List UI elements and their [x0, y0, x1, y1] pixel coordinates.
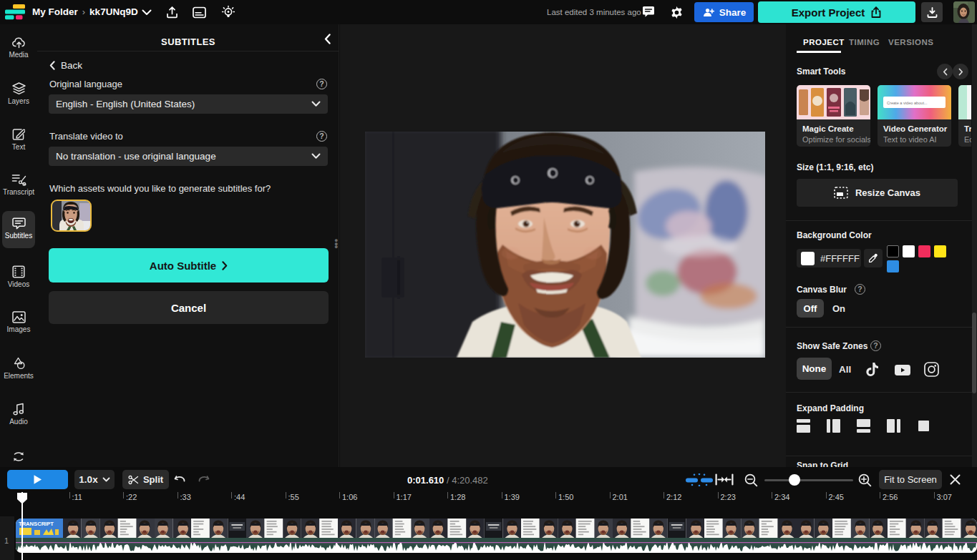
- svg-text:Create a video about...: Create a video about...: [887, 101, 928, 105]
- svg-text:TRANSCRIPT: TRANSCRIPT: [19, 521, 54, 527]
